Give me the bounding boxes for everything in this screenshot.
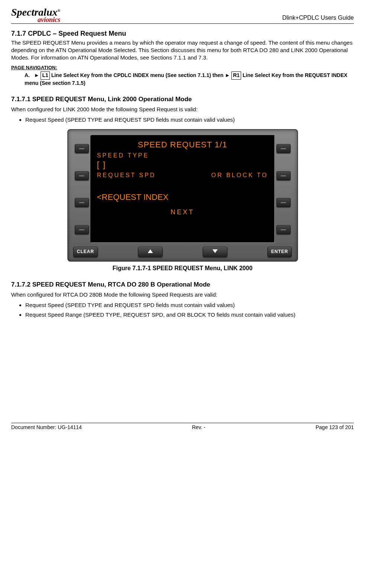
or-block-to-label: OR BLOCK TO xyxy=(211,172,268,179)
line-key-icon: — xyxy=(281,199,286,206)
lsk-r3[interactable]: — xyxy=(276,198,291,207)
cdu-screen: SPEED REQUEST 1/1 SPEED TYPE [ ] REQUEST… xyxy=(90,135,275,243)
figure-7-1-7-1: — — — — SPEED REQUEST 1/1 SPEED TYPE [ ]… xyxy=(11,129,354,272)
lsk-l3[interactable]: — xyxy=(75,198,89,207)
enter-button[interactable]: ENTER xyxy=(268,247,292,257)
list-item: Request Speed (SPEED TYPE and REQUEST SP… xyxy=(25,116,354,124)
request-index-link[interactable]: <REQUEST INDEX xyxy=(97,192,268,203)
cdu-bottom-keys: CLEAR ENTER xyxy=(73,247,292,257)
list-item: Request Speed Range (SPEED TYPE, REQUEST… xyxy=(25,311,354,319)
line-key-icon: — xyxy=(79,226,84,233)
figure-caption: Figure 7.1.7-1 SPEED REQUEST Menu, LINK … xyxy=(11,265,354,272)
line-key-icon: — xyxy=(281,145,286,152)
page-header: Spectralux® avionics Dlink+CPDLC Users G… xyxy=(11,7,354,24)
document-title: Dlink+CPDLC Users Guide xyxy=(282,14,354,22)
lsk-r4[interactable]: — xyxy=(276,225,291,234)
footer-page-number: Page 123 of 201 xyxy=(316,424,354,431)
subsection-2-intro: When configured for RTCA DO 280B Mode th… xyxy=(11,291,354,298)
logo-reg-mark: ® xyxy=(57,9,60,13)
screen-title: SPEED REQUEST 1/1 xyxy=(97,140,268,150)
right-line-select-keys: — — — — xyxy=(275,135,292,243)
nav-item-a: A. ► L1 Line Select Key from the CPDLC I… xyxy=(25,71,354,87)
cdu-device: — — — — SPEED REQUEST 1/1 SPEED TYPE [ ]… xyxy=(67,129,298,262)
arrow-right-icon: ► xyxy=(34,72,39,78)
line-key-icon: — xyxy=(79,199,84,206)
triangle-up-icon xyxy=(148,249,153,253)
speed-type-value[interactable]: [ ] xyxy=(97,160,268,170)
subsection-1-intro: When configured for LINK 2000 Mode the f… xyxy=(11,106,354,113)
left-line-select-keys: — — — — xyxy=(73,135,90,243)
page-up-button[interactable] xyxy=(138,247,163,257)
key-l1: L1 xyxy=(41,71,49,80)
lsk-r1[interactable]: — xyxy=(276,144,291,153)
key-r1: R1 xyxy=(231,71,241,80)
subsection-2-bullets: Request Speed (SPEED TYPE and REQUEST SP… xyxy=(25,301,354,319)
next-prompt[interactable]: NEXT xyxy=(97,208,268,217)
line-key-icon: — xyxy=(281,172,286,179)
line-key-icon: — xyxy=(79,172,84,179)
page-navigation-list: A. ► L1 Line Select Key from the CPDLC I… xyxy=(25,71,354,87)
brand-logo: Spectralux® avionics xyxy=(11,7,60,23)
subsection-2-heading: 7.1.7.2 SPEED REQUEST Menu, RTCA DO 280 … xyxy=(11,281,354,289)
clear-button[interactable]: CLEAR xyxy=(73,247,98,257)
arrow-right-icon: ► xyxy=(225,72,230,78)
subsection-1-bullets: Request Speed (SPEED TYPE and REQUEST SP… xyxy=(25,116,354,124)
lsk-l4[interactable]: — xyxy=(75,225,89,234)
nav-text-1: Line Select Key from the CPDLC INDEX men… xyxy=(50,72,225,78)
speed-type-label: SPEED TYPE xyxy=(97,152,268,160)
line-key-icon: — xyxy=(79,145,84,152)
lsk-l1[interactable]: — xyxy=(75,144,89,153)
page-down-button[interactable] xyxy=(203,247,227,257)
page-footer: Document Number: UG-14114 Rev. - Page 12… xyxy=(11,423,354,431)
subsection-1-heading: 7.1.7.1 SPEED REQUEST Menu, Link 2000 Op… xyxy=(11,95,354,103)
triangle-down-icon xyxy=(212,249,218,253)
section-heading: 7.1.7 CPDLC – Speed Request Menu xyxy=(11,29,354,38)
request-spd-label: REQUEST SPD xyxy=(97,172,156,179)
lsk-l2[interactable]: — xyxy=(75,171,89,180)
footer-doc-number: Document Number: UG-14114 xyxy=(11,424,82,431)
nav-label: A. xyxy=(25,72,30,78)
lsk-r2[interactable]: — xyxy=(276,171,291,180)
page-navigation-header: PAGE NAVIGATION: xyxy=(11,65,354,71)
footer-revision: Rev. - xyxy=(192,424,205,431)
section-intro: The SPEED REQUEST Menu provides a means … xyxy=(11,39,354,62)
list-item: Request Speed (SPEED TYPE and REQUEST SP… xyxy=(25,301,354,309)
line-key-icon: — xyxy=(281,226,286,233)
